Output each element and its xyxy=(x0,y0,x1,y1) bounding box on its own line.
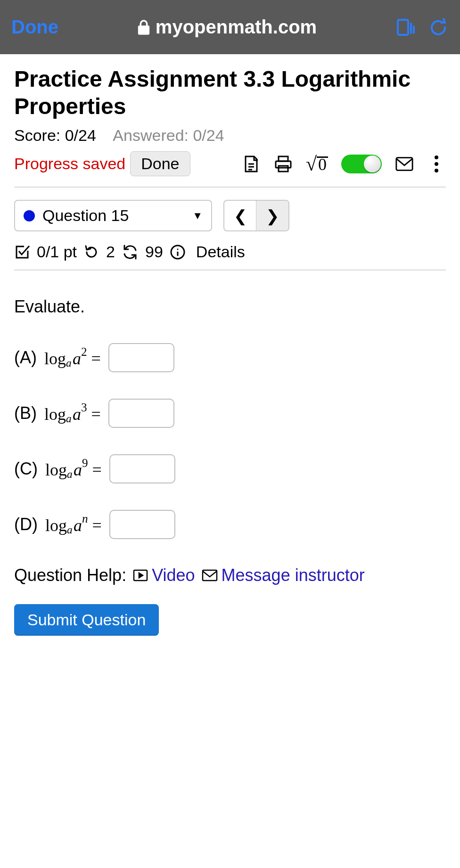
svg-rect-18 xyxy=(203,570,217,581)
attempts-icon xyxy=(122,244,139,261)
question-selector[interactable]: Question 15 ▼ xyxy=(14,200,212,231)
answer-input-3[interactable] xyxy=(109,510,175,539)
math-palette-label: √0 xyxy=(306,153,328,175)
answer-input-0[interactable] xyxy=(108,343,174,372)
question-help-row: Question Help: Video Message instructor xyxy=(14,565,446,585)
browser-url-text: myopenmath.com xyxy=(156,16,317,38)
tries-remaining-icon xyxy=(83,244,99,260)
message-instructor-text: Message instructor xyxy=(222,565,365,585)
question-selector-label: Question 15 xyxy=(42,206,129,225)
svg-marker-17 xyxy=(139,573,143,578)
checkbox-icon xyxy=(14,244,30,260)
question-part: (C) loga a9 = xyxy=(14,454,446,483)
answer-input-2[interactable] xyxy=(109,454,175,483)
question-part: (A) loga a2 = xyxy=(14,343,446,372)
part-letter: (D) xyxy=(14,515,38,534)
question-nav-buttons: ❮ ❯ xyxy=(223,200,289,231)
question-meta-row: 0/1 pt 2 99 Details xyxy=(14,243,446,261)
info-icon[interactable] xyxy=(170,244,186,260)
next-question-button[interactable]: ❯ xyxy=(256,201,288,230)
browser-url: myopenmath.com xyxy=(68,16,386,38)
prev-question-button[interactable]: ❮ xyxy=(224,201,256,230)
question-part: (D) loga an = xyxy=(14,510,446,539)
svg-rect-8 xyxy=(279,166,288,172)
svg-point-11 xyxy=(435,162,438,166)
svg-rect-9 xyxy=(396,157,412,170)
score-row: Score: 0/24 Answered: 0/24 xyxy=(14,126,446,145)
divider xyxy=(14,187,446,188)
points-text: 0/1 pt xyxy=(37,243,77,261)
message-icon[interactable] xyxy=(395,155,414,173)
page-title: Practice Assignment 3.3 Logarithmic Prop… xyxy=(14,66,446,120)
attempts-text: 99 xyxy=(145,243,163,261)
part-letter: (B) xyxy=(14,403,37,423)
svg-rect-0 xyxy=(398,20,408,35)
notes-icon[interactable] xyxy=(242,155,261,173)
math-palette-toggle[interactable] xyxy=(341,155,382,173)
math-expression: loga a2 = xyxy=(44,345,101,369)
question-part: (B) loga a3 = xyxy=(14,399,446,428)
video-help-link[interactable]: Video xyxy=(133,565,195,585)
details-link[interactable]: Details xyxy=(196,243,245,261)
refresh-icon[interactable] xyxy=(428,17,449,38)
progress-saved-text: Progress saved xyxy=(14,155,125,173)
question-prompt: Evaluate. xyxy=(14,297,446,317)
question-status-dot xyxy=(24,210,35,221)
part-letter: (C) xyxy=(14,459,38,479)
done-button[interactable]: Done xyxy=(130,151,190,176)
tries-text: 2 xyxy=(106,243,115,261)
svg-point-14 xyxy=(177,248,178,250)
envelope-icon xyxy=(202,569,218,581)
answer-input-1[interactable] xyxy=(108,399,174,428)
video-icon xyxy=(133,569,148,581)
message-instructor-link[interactable]: Message instructor xyxy=(202,565,365,585)
part-letter: (A) xyxy=(14,348,37,368)
submit-question-button[interactable]: Submit Question xyxy=(14,604,159,636)
video-help-text: Video xyxy=(152,565,195,585)
question-help-label: Question Help: xyxy=(14,565,126,585)
chevron-down-icon: ▼ xyxy=(192,210,203,222)
score-text: Score: 0/24 xyxy=(14,126,96,144)
browser-chrome-bar: Done myopenmath.com xyxy=(0,0,460,54)
answered-text: Answered: 0/24 xyxy=(113,126,224,144)
svg-point-12 xyxy=(435,169,438,172)
browser-done-button[interactable]: Done xyxy=(11,16,58,38)
lock-icon xyxy=(137,19,151,35)
math-expression: loga an = xyxy=(45,512,102,536)
more-icon[interactable] xyxy=(427,155,446,173)
math-expression: loga a9 = xyxy=(45,457,102,481)
svg-point-10 xyxy=(435,156,438,159)
progress-row: Progress saved Done √0 xyxy=(14,151,446,176)
reader-mode-icon[interactable] xyxy=(395,17,416,38)
print-icon[interactable] xyxy=(274,155,293,173)
divider xyxy=(14,270,446,270)
math-expression: loga a3 = xyxy=(44,401,101,425)
